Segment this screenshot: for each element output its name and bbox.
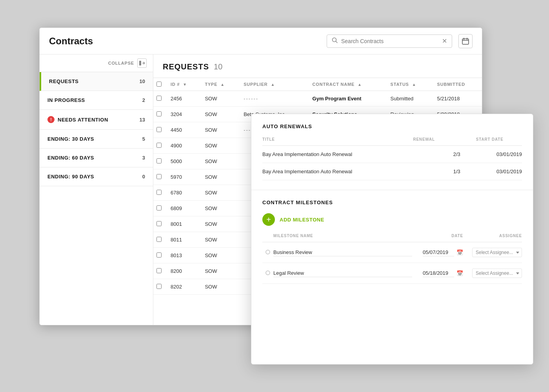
add-milestone-label[interactable]: ADD MILESTONE (280, 217, 324, 223)
sidebar-item-label: ENDING: 30 DAYS (47, 136, 142, 142)
assignee-select[interactable]: Select Assignee... (472, 248, 522, 257)
col-contract-name: CONTRACT NAME ▲ (308, 78, 386, 91)
milestones-title: CONTRACT MILESTONES (262, 200, 522, 205)
row-checkbox-cell (153, 91, 166, 107)
table-row: Bay Area Implementation Auto Renewal 2/3… (262, 146, 522, 163)
sidebar-item-ending-90[interactable]: ENDING: 90 DAYS 0 (40, 167, 153, 186)
collapse-bar: COLLAPSE (40, 54, 153, 72)
row-checkbox-cell (153, 122, 166, 138)
add-milestone-row: + ADD MILESTONE (262, 213, 522, 226)
sort-arrow-type: ▲ (220, 82, 225, 87)
milestone-dot (265, 270, 270, 275)
col-type: TYPE ▲ (200, 78, 239, 91)
row-checkbox[interactable] (156, 221, 162, 226)
sidebar-item-label: NEEDS ATTENTION (58, 117, 140, 123)
row-checkbox-cell (153, 154, 166, 169)
row-submitted: 5/21/2018 (433, 91, 482, 107)
row-checkbox-cell (153, 232, 166, 248)
select-all-header (153, 78, 166, 91)
sidebar-item-needs-attention[interactable]: ! NEEDS ATTENTION 13 (40, 110, 153, 130)
sidebar-item-count: 10 (140, 78, 145, 84)
row-checkbox-cell (153, 216, 166, 232)
sort-arrow-name: ▲ (358, 82, 362, 87)
row-checkbox-cell (153, 248, 166, 263)
search-icon (332, 37, 338, 45)
sidebar-item-ending-60[interactable]: ENDING: 60 DAYS 3 (40, 149, 153, 167)
row-checkbox[interactable] (156, 190, 162, 195)
sidebar-item-count: 2 (142, 97, 145, 103)
search-input[interactable] (341, 38, 439, 44)
main-header: Contracts ✕ (40, 28, 482, 54)
row-checkbox[interactable] (156, 252, 162, 258)
calendar-icon[interactable]: 📅 (456, 249, 463, 256)
sidebar-item-ending-30[interactable]: ENDING: 30 DAYS 5 (40, 130, 153, 149)
milestone-name-input[interactable] (273, 269, 412, 277)
row-id: 8202 (166, 279, 200, 295)
search-clear-icon[interactable]: ✕ (442, 37, 447, 45)
attention-icon: ! (47, 116, 55, 123)
row-type: SOW (200, 263, 239, 279)
row-id: 2456 (166, 91, 200, 107)
row-checkbox-cell (153, 263, 166, 279)
row-id: 8013 (166, 248, 200, 263)
table-row: Bay Area Implementation Auto Renewal 1/3… (262, 163, 522, 180)
row-checkbox-cell (153, 169, 166, 185)
ar-row-title: Bay Area Implementation Auto Renewal (262, 163, 413, 180)
sort-arrow-supplier: ▲ (271, 82, 275, 87)
select-all-checkbox[interactable] (156, 82, 162, 87)
row-type: SOW (200, 216, 239, 232)
table-row: 2456 SOW ------ Gym Program Event Submit… (153, 91, 482, 107)
calendar-button[interactable] (458, 34, 473, 48)
row-contract-name: Gym Program Event (308, 91, 386, 107)
row-id: 4900 (166, 138, 200, 154)
sidebar-item-label: IN PROGRESS (47, 97, 142, 103)
row-checkbox[interactable] (156, 174, 162, 179)
calendar-icon[interactable]: 📅 (456, 270, 463, 276)
collapse-label: COLLAPSE (108, 61, 134, 65)
requests-count: 10 (214, 62, 222, 71)
row-type: SOW (200, 122, 239, 138)
milestone-col-name: MILESTONE NAME (273, 234, 412, 242)
col-submitted: SUBMITTED (433, 78, 482, 91)
auto-renewals-title: AUTO RENEWALS (262, 123, 522, 129)
sidebar: COLLAPSE REQUESTS 10 (40, 54, 153, 325)
row-checkbox[interactable] (156, 158, 162, 163)
auto-renewals-section: AUTO RENEWALS TITLE RENEWAL START DATE B… (251, 114, 533, 190)
sidebar-item-label: ENDING: 90 DAYS (47, 174, 142, 180)
sort-arrow-id: ▼ (183, 82, 187, 87)
milestone-col-date: DATE (412, 234, 463, 242)
row-type: SOW (200, 91, 239, 107)
col-id: ID # ▼ (166, 78, 200, 91)
svg-line-1 (336, 41, 338, 43)
row-checkbox[interactable] (156, 268, 162, 273)
milestone-date-input[interactable] (423, 269, 454, 277)
milestone-name-input[interactable] (273, 249, 412, 256)
milestone-date-input[interactable] (423, 249, 454, 256)
requests-section-title: REQUESTS (163, 62, 209, 71)
search-bar: ✕ (327, 34, 452, 48)
row-checkbox[interactable] (156, 143, 162, 148)
add-milestone-button[interactable]: + (262, 213, 275, 226)
row-checkbox[interactable] (156, 284, 162, 289)
sidebar-item-in-progress[interactable]: IN PROGRESS 2 (40, 91, 153, 110)
row-supplier: ------ (239, 91, 307, 107)
collapse-button[interactable] (137, 58, 147, 68)
row-status: Submitted (386, 91, 433, 107)
row-checkbox[interactable] (156, 237, 162, 242)
row-id: 5000 (166, 154, 200, 169)
row-checkbox[interactable] (156, 96, 162, 101)
sidebar-item-label: ENDING: 60 DAYS (47, 155, 142, 161)
milestone-dot-cell (262, 242, 273, 263)
row-checkbox[interactable] (156, 111, 162, 116)
milestone-table: MILESTONE NAME DATE ASSIGNEE (262, 234, 522, 284)
sidebar-item-count: 13 (140, 117, 145, 123)
row-checkbox-cell (153, 107, 166, 122)
ar-col-title: TITLE (262, 137, 413, 146)
sidebar-item-requests[interactable]: REQUESTS 10 (40, 72, 153, 91)
assignee-select[interactable]: Select Assignee... (472, 269, 522, 278)
row-checkbox[interactable] (156, 127, 162, 132)
milestone-dot (265, 250, 270, 254)
ar-row-renewal: 2/3 (413, 146, 476, 163)
requests-header: REQUESTS 10 (153, 54, 482, 78)
row-checkbox[interactable] (156, 205, 162, 211)
